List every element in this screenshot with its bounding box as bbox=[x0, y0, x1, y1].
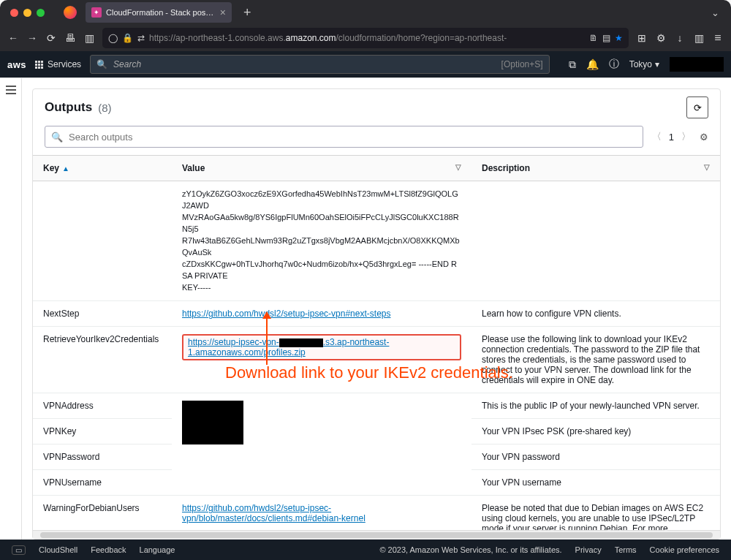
col-description[interactable]: Description▽ bbox=[471, 156, 720, 181]
search-icon: 🔍 bbox=[51, 132, 63, 143]
page-number: 1 bbox=[669, 132, 674, 143]
refresh-icon: ⟳ bbox=[694, 102, 702, 113]
maximize-window-icon[interactable] bbox=[37, 9, 45, 17]
cell-key: VPNPassword bbox=[33, 444, 172, 470]
reload-button[interactable]: ⟳ bbox=[45, 32, 57, 44]
cell-key: VPNKey bbox=[33, 419, 172, 444]
sort-icon: ▽ bbox=[455, 163, 461, 171]
value-link[interactable]: https://setup-ipsec-vpn-.s3.ap-northeast… bbox=[188, 337, 389, 357]
address-bar[interactable]: ◯ 🔒 ⇄ https://ap-northeast-1.console.aws… bbox=[102, 28, 629, 48]
browser-tab[interactable]: ✦ CloudFormation - Stack post-t… × bbox=[86, 2, 232, 23]
services-menu[interactable]: Services bbox=[35, 59, 81, 69]
search-icon: 🔍 bbox=[96, 59, 107, 69]
footer-cookies[interactable]: Cookie preferences bbox=[650, 545, 719, 554]
sidebar-icon[interactable]: ▥ bbox=[693, 32, 705, 44]
menu-icon[interactable]: ≡ bbox=[712, 31, 724, 45]
panel-count: (8) bbox=[98, 102, 111, 114]
hamburger-icon[interactable] bbox=[6, 86, 16, 540]
page-action-icon[interactable]: ▤ bbox=[602, 33, 610, 43]
grid-icon bbox=[35, 61, 43, 69]
table-row: NextStep https://github.com/hwdsl2/setup… bbox=[33, 301, 720, 327]
pagination: 〈 1 〉 bbox=[652, 130, 691, 143]
lock-icon: 🔒 bbox=[122, 33, 133, 43]
cell-description: Please use the following link to downloa… bbox=[471, 327, 720, 393]
highlighted-link: https://setup-ipsec-vpn-.s3.ap-northeast… bbox=[182, 334, 461, 360]
back-button[interactable]: ← bbox=[7, 32, 19, 44]
outputs-search[interactable]: 🔍 bbox=[45, 126, 643, 148]
tabs-overflow-icon[interactable]: ⌄ bbox=[707, 7, 724, 18]
region-selector[interactable]: Tokyo▾ bbox=[629, 59, 659, 69]
cell-key: VPNAddress bbox=[33, 393, 172, 419]
outputs-table-wrap[interactable]: Key▲ Value▽ Description▽ bbox=[33, 155, 720, 530]
cell-description: Learn how to configure VPN clients. bbox=[471, 301, 720, 327]
translate-icon[interactable]: 🗎 bbox=[589, 33, 598, 43]
cell-description: Your VPN IPsec PSK (pre-shared key) bbox=[471, 419, 720, 444]
reader-button[interactable]: ▥ bbox=[83, 32, 95, 44]
table-row: RetrieveYourIkev2Credentials https://set… bbox=[33, 327, 720, 393]
table-row: VPNAddress This is the public IP of your… bbox=[33, 393, 720, 419]
aws-logo[interactable]: aws bbox=[7, 59, 26, 70]
cell-key: RetrieveYourIkev2Credentials bbox=[33, 327, 172, 393]
value-link[interactable]: https://github.com/hwdsl2/setup-ipsec-vp… bbox=[182, 503, 366, 523]
permission-icon: ⇄ bbox=[137, 33, 145, 43]
refresh-button[interactable]: ⟳ bbox=[686, 97, 708, 118]
downloads-icon[interactable]: ↓ bbox=[674, 32, 686, 44]
cell-description: Your VPN password bbox=[471, 444, 720, 470]
cloudshell-icon[interactable]: ⧉ bbox=[569, 58, 576, 71]
help-icon[interactable]: ⓘ bbox=[609, 58, 619, 71]
bookmark-icon[interactable]: ★ bbox=[615, 33, 623, 43]
outputs-table: Key▲ Value▽ Description▽ bbox=[33, 156, 720, 530]
tab-favicon-icon: ✦ bbox=[91, 7, 102, 18]
aws-search[interactable]: 🔍 Search [Option+S] bbox=[90, 55, 550, 74]
footer-cloudshell[interactable]: CloudShell bbox=[39, 545, 77, 554]
cell-value: zY1OykZ6ZGO3xocz6zE9XGorfedha45WebIhNsT2… bbox=[182, 189, 461, 293]
extension-icon[interactable]: ⊞ bbox=[636, 32, 648, 44]
notifications-icon[interactable]: 🔔 bbox=[586, 58, 599, 70]
redacted-block bbox=[182, 401, 243, 444]
footer-copyright: © 2023, Amazon Web Services, Inc. or its… bbox=[379, 545, 561, 554]
window-controls[interactable] bbox=[10, 9, 45, 17]
search-shortcut: [Option+S] bbox=[501, 59, 543, 69]
footer-privacy[interactable]: Privacy bbox=[575, 545, 602, 554]
table-row: WarningForDebianUsers https://github.com… bbox=[33, 496, 720, 530]
browser-toolbar: ← → ⟳ 🖶 ▥ ◯ 🔒 ⇄ https://ap-northeast-1.c… bbox=[0, 25, 731, 51]
footer-feedback[interactable]: Feedback bbox=[91, 545, 126, 554]
shield-icon: ◯ bbox=[108, 33, 118, 43]
cell-key: WarningForDebianUsers bbox=[33, 496, 172, 530]
cell-description: Your VPN username bbox=[471, 470, 720, 496]
outputs-search-input[interactable] bbox=[69, 132, 637, 143]
nav-toggle-strip bbox=[0, 78, 22, 540]
cloudshell-badge-icon[interactable]: ▭ bbox=[12, 545, 26, 555]
firefox-icon bbox=[64, 6, 77, 19]
redacted-text bbox=[279, 338, 323, 347]
next-page-button[interactable]: 〉 bbox=[681, 130, 691, 143]
minimize-window-icon[interactable] bbox=[23, 9, 31, 17]
col-value[interactable]: Value▽ bbox=[172, 156, 471, 181]
account-icon[interactable]: ⚙ bbox=[655, 32, 667, 44]
footer-terms[interactable]: Terms bbox=[615, 545, 637, 554]
cell-key: NextStep bbox=[33, 301, 172, 327]
prev-page-button[interactable]: 〈 bbox=[652, 130, 662, 143]
sort-icon: ▽ bbox=[704, 163, 710, 171]
col-key[interactable]: Key▲ bbox=[33, 156, 172, 181]
panel-title: Outputs bbox=[45, 100, 92, 115]
close-window-icon[interactable] bbox=[10, 9, 18, 17]
account-menu[interactable] bbox=[670, 57, 724, 72]
value-link[interactable]: https://github.com/hwdsl2/setup-ipsec-vp… bbox=[182, 309, 390, 319]
forward-button[interactable]: → bbox=[26, 32, 38, 44]
settings-icon[interactable]: ⚙ bbox=[700, 132, 708, 143]
tab-bar: ✦ CloudFormation - Stack post-t… × + ⌄ bbox=[0, 0, 731, 25]
browser-chrome: ✦ CloudFormation - Stack post-t… × + ⌄ ←… bbox=[0, 0, 731, 51]
tab-close-icon[interactable]: × bbox=[220, 7, 226, 18]
url-text: https://ap-northeast-1.console.aws.amazo… bbox=[149, 33, 585, 43]
print-button[interactable]: 🖶 bbox=[64, 32, 76, 44]
cell-description: This is the public IP of your newly-laun… bbox=[471, 393, 720, 419]
tab-title: CloudFormation - Stack post-t… bbox=[106, 8, 216, 17]
scrollbar-thumb[interactable] bbox=[40, 532, 713, 538]
new-tab-button[interactable]: + bbox=[239, 5, 256, 20]
cell-description: Please be noted that due to Debian image… bbox=[471, 496, 720, 530]
horizontal-scrollbar[interactable] bbox=[33, 530, 720, 539]
footer-language[interactable]: Language bbox=[140, 545, 175, 554]
search-placeholder: Search bbox=[113, 59, 141, 69]
aws-footer: ▭ CloudShell Feedback Language © 2023, A… bbox=[0, 540, 731, 560]
